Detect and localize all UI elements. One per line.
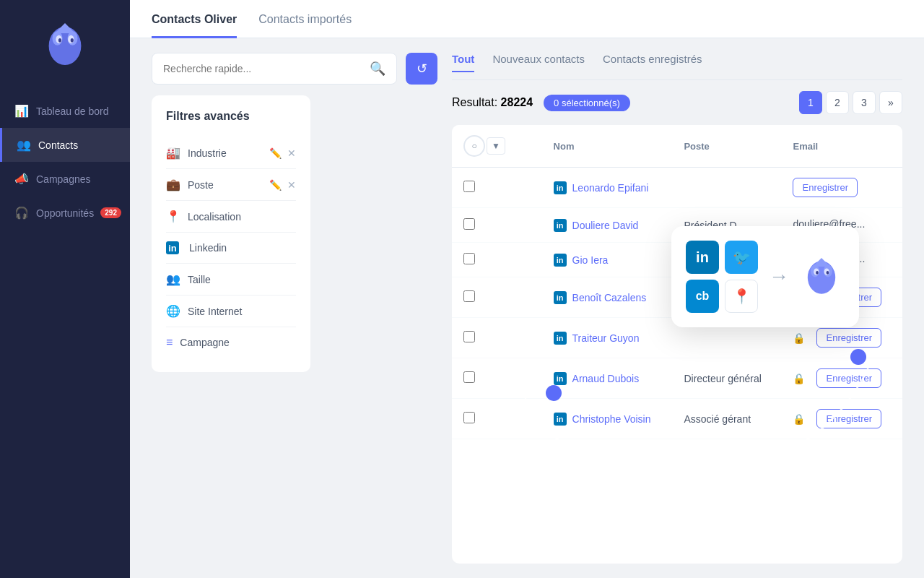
source-icons-grid: in 🐦 cb 📍 <box>686 241 758 313</box>
top-controls: 🔍 ↺ <box>152 53 437 85</box>
tab-nouveaux[interactable]: Nouveaux contacts <box>492 53 585 72</box>
remove-poste-btn[interactable]: ✕ <box>287 179 296 191</box>
sidebar-item-opportunites[interactable]: 🎧 Opportunités 292 <box>0 196 130 230</box>
row-checkbox[interactable] <box>463 331 475 342</box>
contact-name-text: Traiteur Guyon <box>572 332 640 344</box>
contact-name-text: Douliere David <box>572 220 639 231</box>
contact-name[interactable]: inChristophe Voisin <box>554 413 661 426</box>
row-checkbox[interactable] <box>463 412 475 423</box>
sidebar-item-label: Campagnes <box>36 173 91 185</box>
enregistrer-button[interactable]: Enregistrer <box>816 328 881 348</box>
row-poste-cell: Directeur général <box>672 358 781 399</box>
row-email-cell: 🔒Enregistrer <box>781 399 902 439</box>
refresh-button[interactable]: ↺ <box>406 53 437 85</box>
edit-industrie-btn[interactable]: ✏️ <box>269 147 282 159</box>
row-name-cell: inDouliere David <box>542 208 673 243</box>
circle-select-btn[interactable]: ○ <box>463 135 485 157</box>
row-email-cell: Enregistrer <box>781 168 902 207</box>
select-dropdown-btn[interactable]: ▼ <box>487 137 505 155</box>
row-linkedin-cell <box>517 277 542 318</box>
filter-label: Industrie <box>188 147 227 159</box>
row-checkbox[interactable] <box>463 290 475 302</box>
table-row: inLeonardo EpifaniEnregistrer <box>452 168 902 208</box>
remove-industrie-btn[interactable]: ✕ <box>287 147 296 159</box>
tab-contacts-oliver[interactable]: Contacts Oliver <box>152 0 237 38</box>
pagination: 1 2 3 » <box>799 91 902 114</box>
lock-icon: 🔒 <box>793 413 805 425</box>
row-email-cell: 🔒Enregistrer <box>781 358 902 398</box>
row-linkedin-cell <box>517 399 542 439</box>
filter-label: Poste <box>188 179 214 191</box>
enregistrer-button[interactable]: Enregistrer <box>816 409 881 428</box>
svg-point-14 <box>816 271 819 275</box>
row-name-cell: inGio Iera <box>542 243 673 277</box>
row-checkbox[interactable] <box>463 371 475 383</box>
page-3-btn[interactable]: 3 <box>853 91 876 114</box>
page-1-btn[interactable]: 1 <box>799 91 822 114</box>
connector-dot-left <box>546 385 562 401</box>
table-row: inArnaud DuboisDirecteur général🔒Enregis… <box>452 358 902 399</box>
app-logo <box>36 14 94 72</box>
col-nom: Nom <box>542 125 673 168</box>
tab-tout[interactable]: Tout <box>452 53 474 72</box>
svg-point-7 <box>71 38 74 43</box>
campagne-icon: ≡ <box>166 336 173 349</box>
localisation-icon: 📍 <box>166 210 180 223</box>
filter-taille: 👥 Taille <box>166 264 296 296</box>
edit-poste-btn[interactable]: ✏️ <box>269 179 282 191</box>
search-icon[interactable]: 🔍 <box>370 61 385 77</box>
row-checkbox[interactable] <box>463 253 475 264</box>
search-bar: 🔍 <box>152 53 397 85</box>
enregistrer-button[interactable]: Enregistrer <box>793 178 858 197</box>
row-linkedin-cell <box>517 168 542 208</box>
contact-name[interactable]: inGio Iera <box>554 254 661 267</box>
enregistrer-button[interactable]: Enregistrer <box>816 368 881 388</box>
filter-localisation: 📍 Localisation <box>166 201 296 233</box>
filter-label: Linkedin <box>189 242 227 254</box>
col-linkedin <box>517 125 542 168</box>
dashboard-icon: 📊 <box>14 104 29 118</box>
sidebar-navigation: 📊 Tableau de bord 👥 Contacts 📣 Campagnes… <box>0 94 130 230</box>
linkedin-icon: in <box>554 181 567 194</box>
row-checkbox[interactable] <box>463 181 475 192</box>
contact-name-text: Christophe Voisin <box>572 413 651 425</box>
content-area: 🔍 ↺ Filtres avancés 🏭 Industrie ✏️ ✕ <box>130 38 924 578</box>
row-name-cell: inTraiteur Guyon <box>542 318 673 358</box>
search-input[interactable] <box>163 63 362 74</box>
sidebar-item-tableau[interactable]: 📊 Tableau de bord <box>0 94 130 128</box>
contact-name[interactable]: inDouliere David <box>554 219 661 232</box>
sidebar-item-contacts[interactable]: 👥 Contacts <box>0 128 130 162</box>
right-panel: Tout Nouveaux contacts Contacts enregist… <box>452 53 902 564</box>
row-checkbox-cell <box>452 358 517 399</box>
wolf-logo-popup <box>800 254 843 300</box>
arrow-icon: → <box>769 265 789 288</box>
contact-name[interactable]: inArnaud Dubois <box>554 372 661 385</box>
site-icon: 🌐 <box>166 304 180 318</box>
connector-dot-right <box>850 349 866 365</box>
page-2-btn[interactable]: 2 <box>826 91 849 114</box>
col-email: Email <box>781 125 902 168</box>
googlemaps-source-icon: 📍 <box>725 280 758 313</box>
contact-name[interactable]: inBenoît Cazalens <box>554 291 661 304</box>
linkedin-icon: in <box>554 413 567 426</box>
tab-contacts-importes[interactable]: Contacts importés <box>258 0 352 38</box>
contact-name[interactable]: inTraiteur Guyon <box>554 332 661 345</box>
tab-enregistres[interactable]: Contacts enregistrés <box>603 53 702 72</box>
row-poste-cell <box>672 168 781 208</box>
table-row: inChristophe VoisinAssocié gérant🔒Enregi… <box>452 399 902 439</box>
lock-icon: 🔒 <box>793 332 805 344</box>
row-checkbox[interactable] <box>463 218 475 230</box>
row-poste-cell: Associé gérant <box>672 399 781 439</box>
page-next-btn[interactable]: » <box>879 91 902 114</box>
main-content: Contacts Oliver Contacts importés 🔍 ↺ Fi… <box>130 0 924 578</box>
row-checkbox-cell <box>452 168 517 208</box>
source-tooltip-popup: in 🐦 cb 📍 <box>671 226 859 327</box>
filter-industrie: 🏭 Industrie ✏️ ✕ <box>166 137 296 169</box>
contact-name[interactable]: inLeonardo Epifani <box>554 181 661 194</box>
sidebar-item-label: Opportunités <box>36 207 94 219</box>
linkedin-icon: in <box>554 219 567 232</box>
sidebar-item-campagnes[interactable]: 📣 Campagnes <box>0 162 130 196</box>
filters-panel: Filtres avancés 🏭 Industrie ✏️ ✕ 💼 Poste <box>152 95 310 372</box>
filter-label: Taille <box>188 274 211 285</box>
row-name-cell: inBenoît Cazalens <box>542 277 673 318</box>
